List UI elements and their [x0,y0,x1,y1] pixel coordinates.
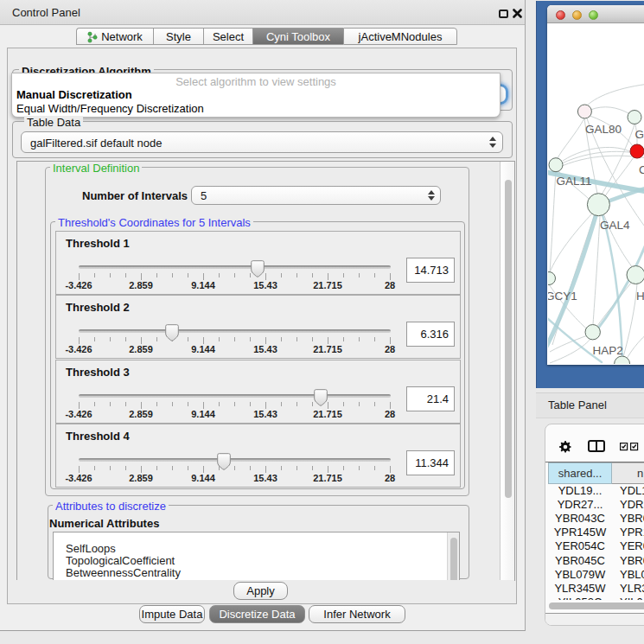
svg-text:HAP2: HAP2 [593,344,623,357]
svg-text:GAL4: GAL4 [600,219,630,232]
svg-text:H: H [636,290,644,303]
svg-text:C: C [639,163,644,176]
svg-text:G.: G. [635,128,644,141]
svg-text:GAL11: GAL11 [557,175,592,188]
svg-text:GCY1: GCY1 [548,290,577,303]
svg-text:GAL80: GAL80 [585,123,622,136]
